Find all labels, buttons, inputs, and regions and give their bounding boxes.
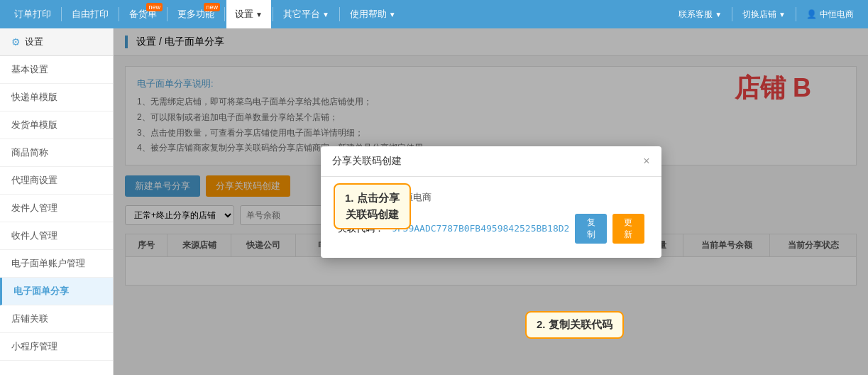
nav-switch-store[interactable]: 切换店铺 ▼ <box>734 0 794 28</box>
modal-overlay: 分享关联码创建 × 当前店铺： 中恒电商 关联代码： 9F59AADC7787B… <box>114 28 868 375</box>
nav-more[interactable]: 更多功能 new <box>169 0 223 28</box>
nav-divider-1 <box>61 7 62 21</box>
nav-free-print[interactable]: 自由打印 <box>63 0 117 28</box>
nav-user-store[interactable]: 👤 中恒电商 <box>798 0 862 28</box>
nav-order-print[interactable]: 订单打印 <box>6 0 60 28</box>
sidebar-item-ship-template[interactable]: 发货单模版 <box>0 112 113 139</box>
nav-contact-service[interactable]: 联系客服 ▼ <box>670 0 730 28</box>
modal-title: 分享关联码创建 <box>332 155 402 168</box>
nav-divider-5 <box>273 7 273 21</box>
nav-divider-r2 <box>796 7 796 21</box>
modal-close-button[interactable]: × <box>643 155 649 168</box>
sidebar-item-waybill-account[interactable]: 电子面单账户管理 <box>0 250 113 278</box>
tooltip-1-line2: 关联码创建 <box>346 208 399 220</box>
nav-other-platform[interactable]: 其它平台 ▼ <box>275 0 338 28</box>
code-value: 9F59AADC7787B0FB4959842525BB18D2 <box>392 223 569 234</box>
stock-badge: new <box>146 3 163 11</box>
top-nav-right: 联系客服 ▼ 切换店铺 ▼ 👤 中恒电商 <box>670 0 862 28</box>
tooltip-2: 2. 复制关联代码 <box>525 311 624 339</box>
nav-divider-6 <box>339 7 340 21</box>
main-layout: ⚙ 设置 基本设置 快递单模版 发货单模版 商品简称 代理商设置 发件人管理 收… <box>0 28 868 375</box>
nav-settings[interactable]: 设置 ▼ <box>226 0 271 28</box>
sidebar-item-agent-settings[interactable]: 代理商设置 <box>0 167 113 195</box>
refresh-button[interactable]: 更新 <box>612 214 644 244</box>
tooltip-1: 1. 点击分享 关联码创建 <box>334 183 411 229</box>
sidebar-item-basic-settings[interactable]: 基本设置 <box>0 56 113 84</box>
sidebar-item-store-link[interactable]: 店铺关联 <box>0 305 113 333</box>
sidebar-item-sender-mgmt[interactable]: 发件人管理 <box>0 195 113 222</box>
tooltip-2-text: 2. 复制关联代码 <box>537 318 612 330</box>
nav-divider-r1 <box>732 7 732 21</box>
tooltip-1-line1: 1. 点击分享 <box>345 192 400 204</box>
copy-button[interactable]: 复制 <box>575 214 607 244</box>
nav-divider-4 <box>224 7 225 21</box>
modal-header: 分享关联码创建 × <box>321 146 661 177</box>
top-navigation: 订单打印 自由打印 备货单 new 更多功能 new 设置 ▼ 其它平台 ▼ 使… <box>0 0 868 28</box>
sidebar-title: 设置 <box>25 36 43 48</box>
content-area: 设置 / 电子面单分享 店铺 B 电子面单分享说明: 1、无需绑定店铺，即可将菜… <box>114 28 868 375</box>
sidebar-item-miniprogram[interactable]: 小程序管理 <box>0 333 113 361</box>
nav-divider-3 <box>167 7 167 21</box>
sidebar-item-receiver-mgmt[interactable]: 收件人管理 <box>0 222 113 250</box>
nav-help[interactable]: 使用帮助 ▼ <box>341 0 405 28</box>
nav-divider-2 <box>119 7 119 21</box>
sidebar-item-waybill-share[interactable]: 电子面单分享 <box>0 278 113 305</box>
sidebar-item-product-alias[interactable]: 商品简称 <box>0 139 113 167</box>
more-badge: new <box>204 3 220 11</box>
settings-icon: ⚙ <box>11 36 21 48</box>
nav-stock[interactable]: 备货单 new <box>121 0 165 28</box>
sidebar-item-express-template[interactable]: 快递单模版 <box>0 84 113 112</box>
sidebar-header: ⚙ 设置 <box>0 28 113 56</box>
sidebar: ⚙ 设置 基本设置 快递单模版 发货单模版 商品简称 代理商设置 发件人管理 收… <box>0 28 114 375</box>
